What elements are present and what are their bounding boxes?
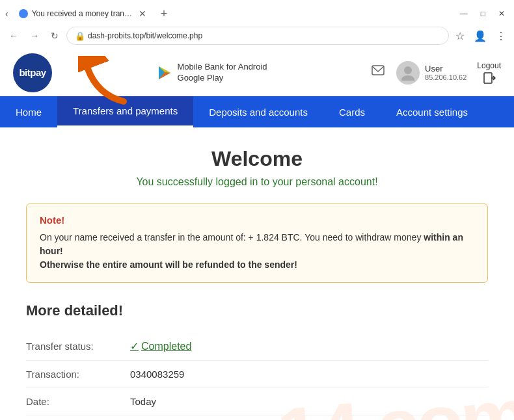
tab-title: You received a money transfer bbox=[32, 9, 133, 18]
website-content: bitpay Mobile Bank for Android Google Pl… bbox=[0, 49, 514, 420]
tab-scroll-left[interactable]: ‹ bbox=[5, 8, 8, 19]
transaction-value: 0340083259 bbox=[130, 369, 184, 380]
active-tab[interactable]: You received a money transfer ✕ bbox=[11, 5, 154, 23]
note-title: Note! bbox=[40, 215, 474, 226]
notification-icon[interactable] bbox=[370, 63, 386, 82]
google-play-text: Mobile Bank for Android Google Play bbox=[178, 62, 267, 84]
transfer-status-label: Transfer status: bbox=[26, 341, 130, 352]
nav-home[interactable]: Home bbox=[0, 96, 57, 127]
secure-icon: 🔒 bbox=[75, 31, 85, 41]
main-content: 14.com Welcome You successfully logged i… bbox=[0, 127, 514, 420]
address-bar[interactable]: 🔒 dash-probits.top/bit/welcome.php bbox=[66, 27, 449, 45]
header-middle: Mobile Bank for Android Google Play bbox=[52, 62, 370, 84]
window-controls: — □ ✕ bbox=[456, 8, 509, 20]
welcome-subtitle: You successfully logged in to your perso… bbox=[26, 176, 488, 188]
profile-icon[interactable]: 👤 bbox=[471, 29, 489, 44]
welcome-title: Welcome bbox=[26, 147, 488, 171]
menu-icon[interactable]: ⋮ bbox=[493, 29, 509, 44]
reload-button[interactable]: ↻ bbox=[47, 28, 62, 44]
google-play-icon bbox=[156, 64, 174, 82]
more-detailed-title: More detailed! bbox=[26, 302, 488, 319]
site-nav: Home Transfers and payments Deposits and… bbox=[0, 96, 514, 127]
bookmark-icon[interactable]: ☆ bbox=[453, 29, 467, 44]
forward-button[interactable]: → bbox=[26, 28, 43, 44]
tab-strip: ‹ You received a money transfer ✕ + bbox=[5, 5, 456, 23]
svg-rect-4 bbox=[372, 66, 384, 75]
user-name: User bbox=[425, 64, 467, 73]
back-button[interactable]: ← bbox=[5, 28, 22, 44]
note-text-2: Otherwise the entire amount will be refu… bbox=[40, 259, 297, 270]
user-details: User 85.206.10.62 bbox=[425, 64, 467, 81]
welcome-section: Welcome You successfully logged in to yo… bbox=[26, 147, 488, 188]
transaction-label: Transaction: bbox=[26, 369, 130, 380]
browser-chrome: ‹ You received a money transfer ✕ + — □ … bbox=[0, 0, 514, 49]
nav-deposits[interactable]: Deposits and accounts bbox=[193, 96, 323, 127]
nav-transfers[interactable]: Transfers and payments bbox=[57, 96, 193, 127]
transfer-status-value: ✓ Completed bbox=[130, 340, 191, 352]
note-body: On your name received a transfer in the … bbox=[40, 231, 474, 272]
nav-cards[interactable]: Cards bbox=[323, 96, 381, 127]
tab-close-button[interactable]: ✕ bbox=[139, 9, 146, 18]
toolbar-icons: ☆ 👤 ⋮ bbox=[453, 29, 509, 44]
date-row: Date: Today bbox=[26, 388, 488, 415]
svg-rect-6 bbox=[484, 73, 492, 83]
note-box: Note! On your name received a transfer i… bbox=[26, 203, 488, 283]
transfer-status-row: Transfer status: ✓ Completed bbox=[26, 332, 488, 361]
google-play-banner[interactable]: Mobile Bank for Android Google Play bbox=[156, 62, 267, 84]
logout-label: Logout bbox=[477, 61, 501, 70]
logout-button[interactable]: Logout bbox=[477, 61, 501, 85]
title-bar: ‹ You received a money transfer ✕ + — □ … bbox=[0, 0, 514, 23]
check-icon: ✓ bbox=[130, 340, 139, 352]
new-tab-button[interactable]: + bbox=[157, 6, 172, 22]
transaction-row: Transaction: 0340083259 bbox=[26, 361, 488, 388]
user-avatar bbox=[396, 61, 420, 85]
svg-point-5 bbox=[404, 66, 412, 74]
note-text-1: On your name received a transfer in the … bbox=[40, 232, 424, 243]
nav-account-settings[interactable]: Account settings bbox=[381, 96, 483, 127]
site-header: bitpay Mobile Bank for Android Google Pl… bbox=[0, 49, 514, 96]
logout-icon bbox=[483, 72, 496, 85]
header-right: User 85.206.10.62 Logout bbox=[370, 61, 501, 85]
user-ip: 85.206.10.62 bbox=[425, 73, 467, 81]
address-bar-row: ← → ↻ 🔒 dash-probits.top/bit/welcome.php… bbox=[0, 23, 514, 49]
user-info: User 85.206.10.62 bbox=[396, 61, 467, 85]
url-text: dash-probits.top/bit/welcome.php bbox=[88, 31, 440, 40]
date-label: Date: bbox=[26, 396, 130, 407]
date-value: Today bbox=[130, 396, 156, 407]
logo[interactable]: bitpay bbox=[13, 53, 52, 92]
tab-favicon bbox=[19, 9, 28, 18]
maximize-button[interactable]: □ bbox=[477, 8, 489, 20]
close-button[interactable]: ✕ bbox=[494, 8, 509, 20]
minimize-button[interactable]: — bbox=[456, 8, 472, 20]
